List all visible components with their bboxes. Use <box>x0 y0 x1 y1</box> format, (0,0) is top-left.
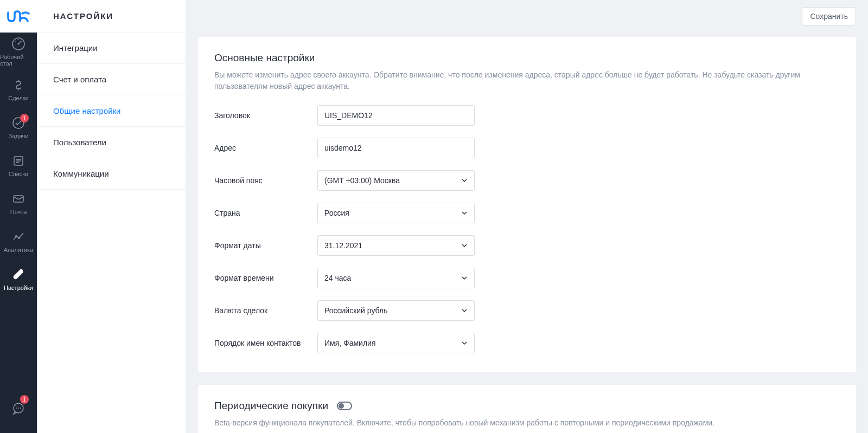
nav-item-chat[interactable]: 1 <box>0 390 37 428</box>
toggle-periodic[interactable] <box>337 402 352 410</box>
chevron-down-icon <box>461 307 468 314</box>
form-row-title: Заголовок <box>214 105 840 126</box>
label-timezone: Часовой пояс <box>214 176 317 185</box>
lists-icon <box>11 153 26 169</box>
nav-label: Списки <box>9 171 29 177</box>
save-button[interactable]: Сохранить <box>802 7 856 25</box>
form-row-timeformat: Формат времени 24 часа <box>214 268 840 288</box>
section-desc-main: Вы можете изменить адрес своего аккаунта… <box>214 69 840 92</box>
input-title[interactable] <box>317 105 475 126</box>
label-timeformat: Формат времени <box>214 274 317 282</box>
subnav-item-general-settings[interactable]: Общие настройки <box>37 95 186 127</box>
label-nameorder: Порядок имен контактов <box>214 339 317 347</box>
topbar: Сохранить <box>186 0 868 33</box>
svg-point-9 <box>18 408 19 409</box>
sidebar-wide: НАСТРОЙКИ Интеграции Счет и оплата Общие… <box>37 0 186 433</box>
nav-item-analytics[interactable]: Аналитика <box>0 222 37 260</box>
dashboard-icon <box>11 36 26 51</box>
deals-icon <box>11 77 26 93</box>
nav-label: Настройки <box>4 285 33 291</box>
nav-item-deals[interactable]: Сделки <box>0 70 37 108</box>
nav-item-settings[interactable]: Настройки <box>0 260 37 298</box>
logo-icon <box>7 10 30 22</box>
chevron-down-icon <box>461 275 468 281</box>
form-row-nameorder: Порядок имен контактов Имя, Фамилия <box>214 333 840 353</box>
select-value: 31.12.2021 <box>324 241 362 250</box>
form-row-address: Адрес <box>214 138 840 158</box>
subnav-item-communications[interactable]: Коммуникации <box>37 158 186 190</box>
chevron-down-icon <box>461 242 468 249</box>
nav-item-dashboard[interactable]: Рабочий стол <box>0 33 37 70</box>
chevron-down-icon <box>461 210 468 216</box>
select-value: (GMT +03:00) Москва <box>324 176 400 185</box>
svg-point-1 <box>18 43 20 45</box>
nav-label: Рабочий стол <box>0 54 37 67</box>
select-value: 24 часа <box>324 274 351 282</box>
label-address: Адрес <box>214 144 317 152</box>
section-title-periodic: Периодические покупки <box>214 400 840 412</box>
select-dateformat[interactable]: 31.12.2021 <box>317 235 475 256</box>
analytics-icon <box>11 229 26 244</box>
svg-rect-4 <box>14 196 23 202</box>
input-address[interactable] <box>317 138 475 158</box>
nav-label: Задачи <box>9 133 29 139</box>
label-dateformat: Формат даты <box>214 241 317 250</box>
svg-point-6 <box>18 237 20 239</box>
select-value: Российский рубль <box>324 306 387 315</box>
app-logo[interactable] <box>0 0 37 33</box>
svg-point-8 <box>16 408 17 409</box>
subnav-item-billing[interactable]: Счет и оплата <box>37 64 186 95</box>
nav-label: Сделки <box>8 95 29 101</box>
section-title-main: Основные настройки <box>214 52 840 64</box>
subnav-item-integrations[interactable]: Интеграции <box>37 33 186 64</box>
nav-item-mail[interactable]: Почта <box>0 184 37 222</box>
label-country: Страна <box>214 209 317 217</box>
main-area: Сохранить Основные настройки Вы можете и… <box>186 0 868 433</box>
select-timeformat[interactable]: 24 часа <box>317 268 475 288</box>
nav-label: Почта <box>10 209 27 215</box>
mail-icon <box>11 191 26 206</box>
select-currency[interactable]: Российский рубль <box>317 300 475 321</box>
label-currency: Валюта сделок <box>214 306 317 315</box>
svg-point-10 <box>20 408 21 409</box>
select-timezone[interactable]: (GMT +03:00) Москва <box>317 170 475 191</box>
section-title-text: Периодические покупки <box>214 400 328 412</box>
section-desc-periodic: Beta-версия функционала покупателей. Вкл… <box>214 417 840 429</box>
form-row-currency: Валюта сделок Российский рубль <box>214 300 840 321</box>
select-nameorder[interactable]: Имя, Фамилия <box>317 333 475 353</box>
chevron-down-icon <box>461 177 468 184</box>
label-title: Заголовок <box>214 111 317 120</box>
page-title: НАСТРОЙКИ <box>37 0 186 33</box>
subnav-item-users[interactable]: Пользователи <box>37 127 186 158</box>
form-row-country: Страна Россия <box>214 203 840 223</box>
chevron-down-icon <box>461 340 468 346</box>
select-value: Имя, Фамилия <box>324 339 376 347</box>
card-periodic: Периодические покупки Beta-версия функци… <box>198 385 856 433</box>
content-scroll[interactable]: Основные настройки Вы можете изменить ад… <box>186 33 868 433</box>
card-main-settings: Основные настройки Вы можете изменить ад… <box>198 37 856 372</box>
nav-label: Аналитика <box>4 247 33 253</box>
form-row-dateformat: Формат даты 31.12.2021 <box>214 235 840 256</box>
svg-point-5 <box>15 235 17 237</box>
chat-badge: 1 <box>20 395 29 404</box>
nav-item-lists[interactable]: Списки <box>0 146 37 184</box>
select-value: Россия <box>324 209 349 217</box>
sidebar-narrow: Рабочий стол Сделки 1 Задачи Списки Почт… <box>0 0 37 433</box>
select-country[interactable]: Россия <box>317 203 475 223</box>
tasks-badge: 1 <box>20 114 29 122</box>
nav-item-tasks[interactable]: 1 Задачи <box>0 108 37 146</box>
settings-icon <box>11 267 26 282</box>
form-row-timezone: Часовой пояс (GMT +03:00) Москва <box>214 170 840 191</box>
